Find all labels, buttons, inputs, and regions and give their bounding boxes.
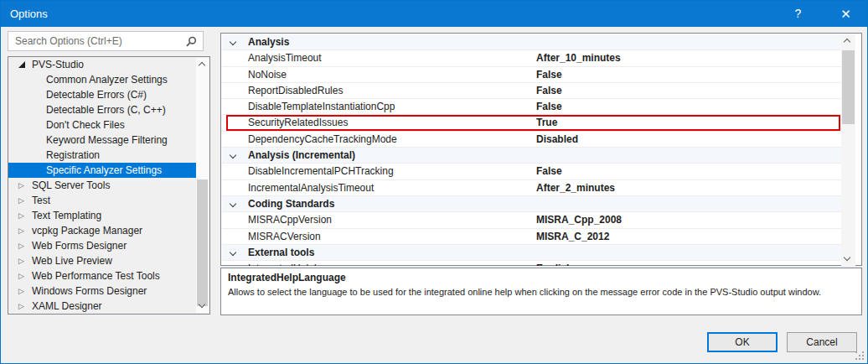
category-row-analysis[interactable]: Analysis: [222, 34, 842, 50]
property-row-misracversion[interactable]: MISRACVersion MISRA_C_2012: [222, 229, 842, 245]
property-row-disableincrementalpchtracking[interactable]: DisableIncrementalPCHTracking False: [222, 164, 842, 179]
property-row-securityrelatedissues[interactable]: SecurityRelatedIssues True: [222, 115, 842, 131]
category-row-coding-standards[interactable]: Coding Standards: [222, 196, 842, 212]
description-title: IntegratedHelpLanguage: [228, 272, 855, 283]
tree-item-label: Don't Check Files: [8, 117, 125, 133]
property-row-misracppversion[interactable]: MISRACppVersion MISRA_Cpp_2008: [222, 212, 842, 228]
property-value[interactable]: English: [536, 261, 572, 266]
scroll-up-icon[interactable]: [844, 39, 850, 45]
tree-scrollbar-thumb[interactable]: [197, 179, 208, 306]
property-name: ReportDisabledRules: [248, 83, 343, 99]
sidebar-item-dont-check-files[interactable]: Don't Check Files: [8, 117, 196, 133]
sidebar-item-detectable-errors-csharp[interactable]: Detectable Errors (C#): [8, 87, 196, 102]
tree-expand-icon[interactable]: ▷: [18, 268, 24, 283]
sidebar-item-web-performance-test-tools[interactable]: ▷ Web Performance Test Tools: [8, 268, 196, 283]
description-text: Allows to select the language to be used…: [228, 286, 852, 299]
search-box: [8, 31, 204, 51]
tree-expand-icon[interactable]: ▷: [18, 238, 24, 253]
grid-scrollbar[interactable]: [841, 34, 855, 266]
tree-item-label: Common Analyzer Settings: [8, 72, 168, 87]
property-name: IntegratedHelpLanguage: [248, 261, 359, 266]
search-input[interactable]: [8, 32, 181, 50]
cancel-button[interactable]: Cancel: [787, 332, 857, 352]
close-icon[interactable]: ✕: [827, 1, 865, 27]
property-grid: Analysis AnalysisTimeout After_10_minute…: [220, 33, 862, 266]
sidebar-item-keyword-message-filtering[interactable]: Keyword Message Filtering: [8, 133, 196, 148]
sidebar-item-detectable-errors-cpp[interactable]: Detectable Errors (C, C++): [8, 102, 196, 117]
tree-item-label: Keyword Message Filtering: [8, 133, 168, 148]
sidebar-item-text-templating[interactable]: ▷ Text Templating: [8, 208, 196, 223]
tree-item-label: Web Performance Test Tools: [8, 268, 160, 283]
tree-item-label: vcpkg Package Manager: [8, 223, 142, 238]
category-label: Analysis: [248, 34, 289, 50]
property-name: DisableIncrementalPCHTracking: [248, 164, 394, 179]
category-collapse-icon[interactable]: [230, 152, 236, 159]
tree-expand-icon[interactable]: ▷: [18, 299, 24, 314]
tree-scrollbar[interactable]: [196, 58, 209, 313]
sidebar-item-pvs-studio[interactable]: PVS-Studio: [8, 57, 196, 72]
sidebar-item-specific-analyzer-settings[interactable]: Specific Analyzer Settings: [8, 163, 196, 178]
property-name: DisableTemplateInstantiationCpp: [248, 99, 395, 115]
category-row-external-tools[interactable]: External tools: [222, 245, 842, 261]
tree-expand-icon[interactable]: ▷: [18, 193, 24, 208]
tree-expand-icon[interactable]: ▷: [18, 283, 24, 299]
property-value[interactable]: False: [536, 164, 562, 179]
property-row-dependencycachetrackingmode[interactable]: DependencyCacheTrackingMode Disabled: [222, 132, 842, 148]
property-value[interactable]: Disabled: [536, 132, 578, 148]
property-name: IncrementalAnalysisTimeout: [248, 180, 374, 196]
property-name: SecurityRelatedIssues: [248, 115, 348, 131]
tree-item-label: Registration: [8, 148, 100, 163]
property-name: AnalysisTimeout: [248, 50, 322, 66]
property-value[interactable]: False: [536, 99, 562, 115]
tree-expand-icon[interactable]: ▷: [18, 253, 24, 268]
tree-item-label: Detectable Errors (C#): [8, 87, 147, 102]
sidebar-item-vcpkg-package-manager[interactable]: ▷ vcpkg Package Manager: [8, 223, 196, 238]
options-dialog: Options ? ✕ PVS-Studio Common Analyzer S…: [0, 0, 868, 364]
property-row-analysistimeout[interactable]: AnalysisTimeout After_10_minutes: [222, 50, 842, 66]
property-value[interactable]: False: [536, 67, 562, 83]
property-name: MISRACVersion: [248, 229, 321, 245]
property-row-nonoise[interactable]: NoNoise False: [222, 67, 842, 83]
help-icon[interactable]: ?: [779, 1, 817, 27]
sidebar-item-web-live-preview[interactable]: ▷ Web Live Preview: [8, 253, 196, 268]
tree-expand-icon[interactable]: ▷: [18, 178, 24, 193]
property-value[interactable]: False: [536, 83, 562, 99]
window-title: Options: [10, 1, 48, 27]
property-value[interactable]: True: [536, 115, 557, 131]
sidebar-item-test[interactable]: ▷ Test: [8, 193, 196, 208]
property-grid-rows: Analysis AnalysisTimeout After_10_minute…: [222, 34, 842, 266]
property-value[interactable]: MISRA_C_2012: [536, 229, 609, 245]
tree-item-label: Specific Analyzer Settings: [8, 163, 162, 178]
sidebar-item-windows-forms-designer[interactable]: ▷ Windows Forms Designer: [8, 283, 196, 299]
sidebar-item-sql-server-tools[interactable]: ▷ SQL Server Tools: [8, 178, 196, 193]
scroll-up-icon[interactable]: [199, 62, 205, 69]
property-row-integratedhelplanguage[interactable]: IntegratedHelpLanguage English: [222, 261, 842, 266]
sidebar-item-web-forms-designer[interactable]: ▷ Web Forms Designer: [8, 238, 196, 253]
property-name: NoNoise: [248, 67, 287, 83]
resize-grip-icon[interactable]: [855, 351, 864, 360]
sidebar-item-xaml-designer[interactable]: ▷ XAML Designer: [8, 299, 196, 314]
sidebar-item-registration[interactable]: Registration: [8, 148, 196, 163]
property-row-incrementalanalysistimeout[interactable]: IncrementalAnalysisTimeout After_2_minut…: [222, 180, 842, 196]
property-value[interactable]: After_10_minutes: [536, 50, 621, 66]
sidebar-item-common-analyzer-settings[interactable]: Common Analyzer Settings: [8, 72, 196, 87]
tree-expand-icon[interactable]: ▷: [18, 208, 24, 223]
category-collapse-icon[interactable]: [230, 249, 236, 256]
ok-button[interactable]: OK: [707, 332, 778, 352]
property-row-reportdisabledrules[interactable]: ReportDisabledRules False: [222, 83, 842, 99]
category-row-analysis-incremental[interactable]: Analysis (Incremental): [222, 148, 842, 164]
tree-expand-icon[interactable]: ▷: [18, 223, 24, 238]
grid-scrollbar-thumb[interactable]: [842, 50, 855, 124]
category-collapse-icon[interactable]: [230, 200, 236, 207]
tree-item-label: Windows Forms Designer: [8, 283, 147, 299]
tree-item-label: Test: [8, 193, 50, 208]
description-panel: IntegratedHelpLanguage Allows to select …: [220, 268, 862, 315]
property-row-disabletemplateinstantiationcpp[interactable]: DisableTemplateInstantiationCpp False: [222, 99, 842, 115]
property-value[interactable]: After_2_minutes: [536, 180, 615, 196]
property-value[interactable]: MISRA_Cpp_2008: [536, 212, 622, 228]
scroll-down-icon[interactable]: [844, 254, 850, 261]
search-icon[interactable]: [186, 36, 197, 47]
category-collapse-icon[interactable]: [230, 39, 236, 45]
tree-item-label: Detectable Errors (C, C++): [8, 102, 166, 117]
tree-collapse-icon[interactable]: [18, 61, 25, 68]
